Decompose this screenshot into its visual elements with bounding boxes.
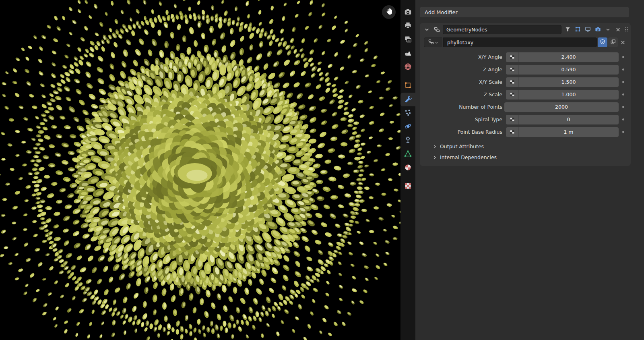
tab-physics-properties[interactable]	[400, 120, 415, 134]
checker-icon	[510, 129, 515, 135]
param-value-slider[interactable]: 1.500	[518, 77, 619, 87]
fake-user-toggle[interactable]	[598, 37, 607, 47]
param-row-xy-scale: X/Y Scale 1.500	[420, 77, 631, 87]
monitor-icon	[585, 26, 591, 33]
edit-cage-icon	[575, 26, 581, 33]
tab-object-properties[interactable]	[400, 79, 415, 93]
edit-mode-display-toggle[interactable]	[564, 26, 572, 34]
param-label: X/Y Angle	[424, 54, 506, 60]
param-label: Z Scale	[424, 91, 506, 97]
checker-icon	[510, 54, 515, 60]
texture-checker-icon	[404, 182, 412, 191]
input-attribute-toggle[interactable]	[506, 52, 518, 62]
render-toggle-camera-icon	[595, 26, 601, 33]
node-tree-icon	[428, 39, 434, 46]
delete-modifier-button[interactable]	[614, 26, 622, 34]
show-in-viewport-toggle[interactable]	[584, 26, 592, 34]
param-value-slider[interactable]: 0.590	[518, 65, 619, 75]
tab-object-data-properties[interactable]	[400, 147, 415, 161]
animate-decorator[interactable]	[622, 93, 624, 95]
viewport-canvas[interactable]	[0, 0, 400, 340]
animate-decorator[interactable]	[622, 131, 624, 133]
subpanel-internal-dependencies[interactable]: Internal Dependencies	[420, 152, 631, 163]
tab-modifier-properties[interactable]	[400, 93, 415, 106]
input-attribute-toggle[interactable]	[506, 65, 518, 75]
param-row-spiral-type: Spiral Type 0	[420, 114, 631, 124]
modifier-subpanels: Output Attributes Internal Dependencies	[420, 141, 631, 163]
wrench-icon	[404, 95, 412, 104]
duplicate-icon	[610, 39, 616, 46]
panel-drag-grip[interactable]	[625, 27, 628, 32]
param-label: Spiral Type	[424, 116, 506, 122]
unlink-node-tree-button[interactable]	[619, 38, 627, 46]
input-attribute-toggle[interactable]	[506, 90, 518, 100]
tab-view-layer-properties[interactable]	[400, 33, 415, 47]
chevron-down-icon	[605, 27, 611, 33]
expand-collapse-button[interactable]	[423, 26, 431, 34]
modifier-extras-menu-button[interactable]	[604, 26, 612, 34]
animate-decorator[interactable]	[622, 106, 624, 108]
param-value-slider[interactable]: 1 m	[518, 127, 619, 137]
hand-icon	[385, 8, 393, 17]
scene-icon	[404, 49, 412, 58]
node-tree-name-field[interactable]: phyllotaxy	[443, 37, 597, 47]
add-modifier-label: Add Modifier	[425, 9, 458, 15]
world-globe-icon	[404, 63, 412, 72]
modifier-name-field[interactable]: GeometryNodes	[443, 25, 561, 34]
shield-check-icon	[600, 39, 605, 46]
chevron-down-icon	[435, 39, 438, 46]
browse-node-tree-button[interactable]	[424, 37, 442, 47]
tab-output-properties[interactable]	[400, 19, 415, 33]
physics-orbit-icon	[404, 122, 412, 131]
animate-decorator[interactable]	[622, 81, 624, 83]
tab-texture-properties[interactable]	[400, 180, 415, 193]
particles-icon	[404, 109, 412, 118]
param-row-z-angle: Z Angle 0.590	[420, 64, 631, 75]
input-attribute-toggle[interactable]	[506, 115, 518, 124]
tab-separator	[400, 175, 415, 180]
constraint-icon	[404, 136, 412, 145]
tab-particle-properties[interactable]	[400, 106, 415, 120]
add-modifier-button[interactable]: Add Modifier	[420, 7, 629, 17]
properties-tab-bar	[400, 0, 415, 340]
param-label: X/Y Scale	[424, 79, 506, 85]
checker-icon	[510, 117, 515, 122]
properties-editor: Add Modifier GeometryNodes	[415, 0, 644, 340]
param-label: Z Angle	[424, 66, 506, 73]
printer-icon	[404, 22, 412, 31]
modifier-header: GeometryNodes	[420, 23, 631, 36]
geometry-nodes-modifier-panel: GeometryNodes	[420, 23, 631, 166]
new-node-tree-button[interactable]	[608, 37, 618, 47]
param-row-point-base-radius: Point Base Radius 1 m	[420, 127, 631, 137]
checker-icon	[510, 67, 515, 72]
input-attribute-toggle[interactable]	[506, 127, 518, 137]
param-row-number-of-points: Number of Points 2000	[420, 102, 631, 112]
3d-viewport[interactable]	[0, 0, 400, 340]
param-row-z-scale: Z Scale 1.000	[420, 89, 631, 100]
param-label: Point Base Radius	[424, 129, 506, 135]
show-in-render-toggle[interactable]	[594, 26, 602, 34]
modifier-parameters: X/Y Angle 2.400 Z Angle 0.590 X/Y Scale	[420, 52, 631, 137]
tab-constraint-properties[interactable]	[400, 134, 415, 147]
on-cage-display-toggle[interactable]	[574, 26, 582, 34]
tab-render-properties[interactable]	[400, 6, 415, 19]
tab-material-properties[interactable]	[400, 161, 415, 175]
material-sphere-icon	[404, 164, 412, 172]
animate-decorator[interactable]	[622, 56, 624, 58]
param-value-slider[interactable]: 0	[518, 115, 619, 124]
param-value-slider[interactable]: 2.400	[518, 52, 619, 62]
param-value-slider[interactable]: 1.000	[518, 90, 619, 100]
subpanel-output-attributes[interactable]: Output Attributes	[420, 141, 631, 152]
node-tree-selector-row: phyllotaxy	[424, 37, 627, 47]
tab-world-properties[interactable]	[400, 60, 415, 74]
chevron-down-icon	[424, 27, 430, 33]
geometry-nodes-modifier-icon	[433, 26, 441, 34]
pan-tool-button[interactable]	[382, 5, 396, 19]
funnel-icon	[565, 26, 571, 33]
chevron-right-icon	[432, 144, 437, 149]
param-value-slider[interactable]: 2000	[504, 102, 619, 112]
animate-decorator[interactable]	[622, 68, 624, 70]
animate-decorator[interactable]	[622, 118, 624, 120]
input-attribute-toggle[interactable]	[506, 77, 518, 87]
tab-scene-properties[interactable]	[400, 47, 415, 60]
